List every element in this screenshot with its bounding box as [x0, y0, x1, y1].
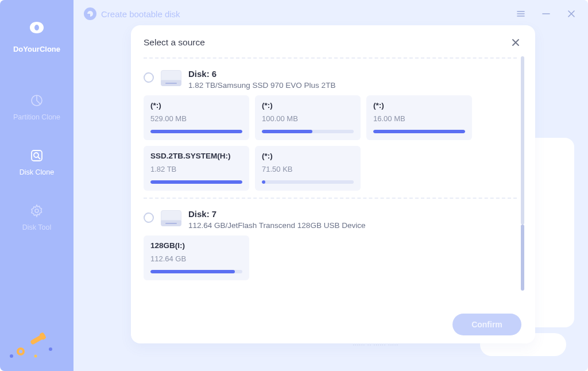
confirm-label: Confirm	[471, 320, 502, 329]
sidebar-item-disk-tool[interactable]: Disk Tool	[22, 204, 51, 231]
partition-label: 128GB(I:)	[150, 241, 242, 250]
svg-point-2	[34, 153, 38, 157]
brand-logo-icon	[25, 16, 48, 39]
sidebar: DoYourClone Partition Clone Disk Clone D…	[0, 0, 74, 371]
key-decoration-icon	[6, 329, 57, 361]
menu-button[interactable]	[514, 7, 527, 20]
sidebar-item-label: Disk Clone	[20, 168, 54, 176]
disk-header: Disk: 7 112.64 GB/JetFlash Transcend 128…	[144, 206, 517, 235]
disk-desc: 1.82 TB/Samsung SSD 970 EVO Plus 2TB	[188, 81, 335, 90]
brand: DoYourClone	[13, 16, 60, 53]
svg-point-3	[35, 209, 38, 212]
partition-size: 16.00 MB	[373, 114, 465, 123]
disk-list: Disk: 6 1.82 TB/Samsung SSD 970 EVO Plus…	[144, 56, 517, 311]
svg-point-10	[49, 347, 52, 351]
partition-label: (*:)	[262, 152, 354, 160]
svg-point-8	[10, 354, 13, 358]
main-area: Create bootable disk ······ ·· ······ ··…	[74, 0, 588, 371]
partition-card[interactable]: (*:) 529.00 MB	[144, 95, 249, 140]
brand-name: DoYourClone	[13, 45, 60, 53]
partition-card[interactable]: SSD.2TB.SYSTEM(H:) 1.82 TB	[144, 146, 249, 191]
sidebar-item-label: Partition Clone	[13, 113, 60, 121]
partition-row: (*:) 529.00 MB (*:) 100.00 MB (*:) 16.00…	[144, 95, 517, 191]
divider	[144, 198, 517, 199]
nav: Partition Clone Disk Clone Disk Tool	[0, 94, 74, 231]
disk-search-icon	[30, 149, 44, 163]
sidebar-item-partition-clone[interactable]: Partition Clone	[13, 94, 60, 121]
partition-size: 1.82 TB	[150, 165, 242, 173]
partition-row: 128GB(I:) 112.64 GB	[144, 235, 517, 280]
hdd-icon	[161, 210, 181, 226]
scrollbar[interactable]	[520, 56, 525, 311]
close-button[interactable]	[565, 7, 578, 20]
partition-card[interactable]: (*:) 100.00 MB	[255, 95, 361, 140]
svg-point-9	[34, 355, 37, 358]
partition-card[interactable]: 128GB(I:) 112.64 GB	[144, 235, 249, 280]
svg-rect-1	[32, 150, 42, 161]
partition-label: SSD.2TB.SYSTEM(H:)	[150, 152, 242, 160]
sidebar-item-disk-clone[interactable]: Disk Clone	[20, 149, 54, 176]
modal-body: Disk: 6 1.82 TB/Samsung SSD 970 EVO Plus…	[144, 56, 527, 311]
disk-header: Disk: 6 1.82 TB/Samsung SSD 970 EVO Plus…	[144, 65, 517, 95]
partition-size: 100.00 MB	[262, 114, 354, 123]
partition-label: (*:)	[150, 101, 242, 110]
window-title-group: Create bootable disk	[84, 7, 180, 20]
disk-radio[interactable]	[144, 212, 154, 223]
partition-card[interactable]: (*:) 16.00 MB	[366, 95, 472, 140]
minimize-button[interactable]	[540, 7, 552, 20]
confirm-button[interactable]: Confirm	[452, 314, 521, 335]
disk-name: Disk: 7	[188, 209, 365, 219]
gear-icon	[30, 204, 44, 218]
modal-close-button[interactable]	[509, 36, 523, 49]
hdd-icon	[161, 70, 181, 86]
svg-point-5	[19, 350, 22, 353]
pie-icon	[30, 94, 44, 107]
partition-size: 71.50 KB	[262, 165, 354, 173]
partition-size: 112.64 GB	[150, 254, 242, 263]
sidebar-item-label: Disk Tool	[22, 223, 51, 231]
titlebar: Create bootable disk	[74, 0, 588, 23]
partition-label: (*:)	[373, 101, 465, 110]
app-title-icon	[84, 7, 96, 20]
select-source-modal: Select a source Disk: 6 1.82 TB/Sams	[131, 25, 535, 343]
modal-title: Select a source	[144, 37, 205, 48]
disk-name: Disk: 6	[188, 69, 335, 79]
partition-label: (*:)	[262, 101, 354, 110]
disk-desc: 112.64 GB/JetFlash Transcend 128GB USB D…	[188, 221, 365, 230]
partition-size: 529.00 MB	[150, 114, 242, 123]
partition-card[interactable]: (*:) 71.50 KB	[255, 146, 361, 191]
app-window: DoYourClone Partition Clone Disk Clone D…	[0, 0, 588, 371]
divider	[144, 57, 517, 59]
window-title: Create bootable disk	[101, 9, 180, 19]
disk-radio[interactable]	[144, 72, 154, 83]
